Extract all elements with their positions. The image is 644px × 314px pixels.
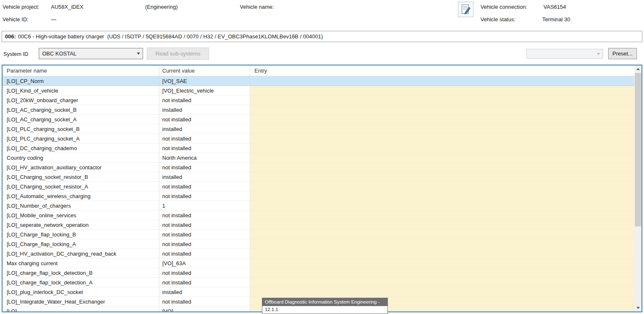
table-row[interactable]: [LO]_Number_of_chargers1 xyxy=(3,201,634,211)
table-row[interactable]: [LO]_Charging_socket_resistor_Binstalled xyxy=(3,172,634,182)
current-value-cell: not installed xyxy=(159,191,250,201)
engineering-tag: (Engineering) xyxy=(145,4,178,10)
entry-cell[interactable] xyxy=(250,124,634,134)
odis-engineering-window: Vehicle project: AU58X_iDEX (Engineering… xyxy=(0,0,644,314)
table-row[interactable]: Country codingNorth America xyxy=(3,153,634,163)
entry-cell[interactable] xyxy=(250,86,634,95)
parameter-name-cell: [LO]_ xyxy=(3,306,159,311)
table-row[interactable]: [LO]_20kW_onboard_chargernot installed xyxy=(3,95,634,105)
entry-cell[interactable] xyxy=(250,239,634,249)
entry-cell[interactable] xyxy=(250,278,634,287)
parameter-name-cell: Max charging current xyxy=(3,259,159,268)
parameter-name-cell: [LO]_Automatic_wireless_charging xyxy=(3,191,159,201)
entry-cell[interactable] xyxy=(250,95,634,105)
version-tooltip: Offboard Diagnostic Information System E… xyxy=(262,298,388,314)
scroll-up-button[interactable] xyxy=(634,65,641,73)
table-row[interactable]: [LO]_HV_activation_auxiliary_contactorno… xyxy=(3,163,634,172)
table-row[interactable]: [LO]_Automatic_wireless_chargingnot inst… xyxy=(3,191,634,201)
current-value-cell: not installed xyxy=(159,239,250,249)
ecu-address-prefix: 006: xyxy=(5,33,16,40)
entry-cell[interactable] xyxy=(250,211,634,220)
vehicle-status-label: Vehicle status: xyxy=(480,16,516,23)
entry-cell[interactable] xyxy=(250,259,634,268)
parameter-name-cell: [LO]_Charge_flap_locking_A xyxy=(3,239,159,249)
table-row[interactable]: [LO]_PLC_charging_socket_Binstalled xyxy=(3,124,634,134)
entry-cell[interactable] xyxy=(250,172,634,182)
vehicle-status-value: Terminal 30 xyxy=(542,16,570,23)
column-header-parameter-name: Parameter name xyxy=(3,65,159,76)
entry-cell[interactable] xyxy=(250,153,634,163)
scroll-down-button[interactable] xyxy=(634,304,641,311)
vehicle-project-value: AU58X_iDEX xyxy=(51,4,83,10)
table-row[interactable]: [LO]_charge_flap_lock_detection_Bnot ins… xyxy=(3,268,634,278)
table-row[interactable]: [LO]_PLC_charging_socket_Anot installed xyxy=(3,134,634,143)
read-subsystems-button[interactable]: Read sub-systems xyxy=(147,48,209,60)
document-edit-icon xyxy=(460,4,471,15)
table-row[interactable]: Max charging current[VO]_63A xyxy=(3,259,634,268)
vehicle-connection-label: Vehicle connection: xyxy=(480,4,527,10)
entry-cell[interactable] xyxy=(250,201,634,211)
table-row[interactable]: [LO]_DC_charging_chademonot installed xyxy=(3,143,634,153)
current-value-cell: not installed xyxy=(159,182,250,191)
vehicle-connection-value: VAS6154 xyxy=(543,4,566,10)
current-value-cell: not installed xyxy=(159,278,250,287)
vertical-scrollbar[interactable] xyxy=(634,65,641,311)
table-row[interactable]: [LO]_Charging_socket_resistor_Anot insta… xyxy=(3,182,634,191)
table-body: [LO]_CP_Norm[VO]_SAE[LO]_Kind_of_vehicle… xyxy=(3,76,634,311)
current-value-cell: installed xyxy=(159,287,250,297)
current-value-cell: not installed xyxy=(159,95,250,105)
parameter-name-cell: [LO]_Charge_flap_locking_B xyxy=(3,230,159,239)
entry-cell[interactable] xyxy=(250,105,634,115)
entry-cell[interactable] xyxy=(250,230,634,239)
scrollbar-thumb[interactable] xyxy=(635,73,641,226)
parameter-name-cell: [LO]_Number_of_chargers xyxy=(3,201,159,211)
table-row[interactable]: [LO]_CP_Norm[VO]_SAE xyxy=(3,76,634,86)
parameter-name-cell: [LO]_Charging_socket_resistor_B xyxy=(3,172,159,182)
system-id-label: System ID xyxy=(3,51,28,57)
parameter-name-cell: [LO]_PLC_charging_socket_A xyxy=(3,134,159,143)
tooltip-title: Offboard Diagnostic Information System E… xyxy=(262,298,387,306)
entry-cell[interactable] xyxy=(250,163,634,172)
entry-cell[interactable] xyxy=(250,115,634,124)
table-row[interactable]: [LO]_Mobile_online_servicesnot installed xyxy=(3,211,634,220)
chevron-down-icon xyxy=(134,48,143,59)
current-value-cell: not installed xyxy=(159,249,250,259)
preset-button[interactable]: Preset... xyxy=(608,48,637,59)
current-value-cell: 1 xyxy=(159,201,250,211)
entry-cell[interactable] xyxy=(250,143,634,153)
parameter-name-cell: [LO]_plug_interlock_DC_socket xyxy=(3,287,159,297)
current-value-cell: not installed xyxy=(159,115,250,124)
entry-cell[interactable] xyxy=(250,220,634,230)
entry-cell[interactable] xyxy=(250,182,634,191)
entry-cell[interactable] xyxy=(250,76,634,86)
log-protocol-button[interactable] xyxy=(458,2,473,17)
ecu-info-bar: 006:00C6 - High-voltage battery charger … xyxy=(2,31,642,42)
table-row[interactable]: [LO]_charge_flap_lock_detection_Anot ins… xyxy=(3,278,634,287)
current-value-cell: not installed xyxy=(159,211,250,220)
preset-selection-dropdown[interactable] xyxy=(526,49,603,59)
current-value-cell: North America xyxy=(159,153,250,163)
system-id-dropdown[interactable]: OBC KOSTAL xyxy=(39,48,143,59)
current-value-cell: not installed xyxy=(159,268,250,278)
current-value-cell: installed xyxy=(159,124,250,134)
table-row[interactable]: [LO]_HV_activation_DC_charging_read_back… xyxy=(3,249,634,259)
parameter-name-cell: [LO]_20kW_onboard_charger xyxy=(3,95,159,105)
table-row[interactable]: [LO]_seperate_network_operationnot insta… xyxy=(3,220,634,230)
table-row[interactable]: [LO]_Charge_flap_locking_Bnot installed xyxy=(3,230,634,239)
table-row[interactable]: [LO]_Charge_flap_locking_Anot installed xyxy=(3,239,634,249)
entry-cell[interactable] xyxy=(250,268,634,278)
table-row[interactable]: [LO]_plug_interlock_DC_socketinstalled xyxy=(3,287,634,297)
tooltip-version: 12.1.1 xyxy=(262,306,387,314)
parameter-name-cell: [LO]_Charging_socket_resistor_A xyxy=(3,182,159,191)
table-row[interactable]: [LO]_Kind_of_vehicle[VO]_Electric_vehicl… xyxy=(3,86,634,95)
current-value-cell: [VO]_63A xyxy=(159,259,250,268)
table-row[interactable]: [LO]_AC_charging_socket_Binstalled xyxy=(3,105,634,115)
parameter-name-cell: [LO]_PLC_charging_socket_B xyxy=(3,124,159,134)
current-value-cell: not installed xyxy=(159,134,250,143)
current-value-cell: not installed xyxy=(159,163,250,172)
entry-cell[interactable] xyxy=(250,287,634,297)
entry-cell[interactable] xyxy=(250,191,634,201)
entry-cell[interactable] xyxy=(250,134,634,143)
table-row[interactable]: [LO]_AC_charging_socket_Anot installed xyxy=(3,115,634,124)
entry-cell[interactable] xyxy=(250,249,634,259)
